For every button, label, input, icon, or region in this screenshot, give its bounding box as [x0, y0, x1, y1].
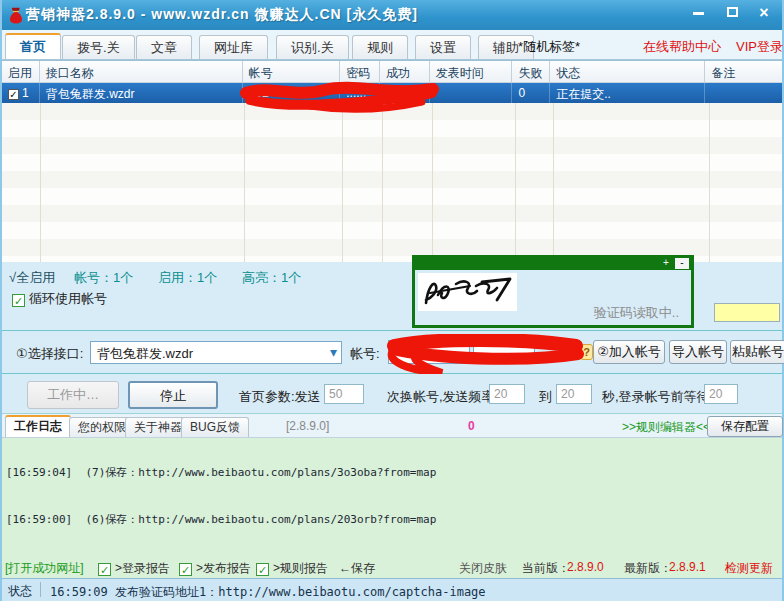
minimize-icon: [693, 12, 704, 15]
row-index: 1: [22, 86, 29, 100]
current-version-value: 2.8.9.0: [567, 560, 604, 574]
close-icon: ×: [759, 4, 768, 21]
col-enable[interactable]: 启用: [2, 61, 40, 82]
tab-home[interactable]: 首页: [5, 33, 61, 59]
rule-editor-link[interactable]: >>规则编辑器<<: [622, 419, 710, 436]
password-input[interactable]: [473, 340, 535, 364]
row-name: 背包兔群发.wzdr: [40, 83, 243, 103]
captcha-status: 验证码读取中..: [594, 304, 679, 322]
tab-bug-report[interactable]: BUG反馈: [181, 417, 249, 437]
wait-input[interactable]: [704, 384, 738, 404]
status-message: 16:59:09 发布验证码地址1：http://www.beibaotu.co…: [50, 584, 486, 601]
version-label: [2.8.9.0]: [286, 419, 329, 433]
open-success-url-link[interactable]: [打开成功网址]: [5, 560, 84, 577]
col-name[interactable]: 接口名称: [40, 61, 243, 82]
rule-report-checkbox[interactable]: ✓: [256, 563, 269, 576]
tab-url-lib[interactable]: 网址库: [199, 35, 268, 59]
grid-line: [244, 103, 245, 262]
col-success[interactable]: 成功: [380, 61, 430, 82]
vip-login-link[interactable]: VIP登录: [736, 38, 783, 56]
col-fail[interactable]: 失败: [512, 61, 550, 82]
loop-account-checkbox[interactable]: ✓: [12, 294, 25, 307]
grid-line: [40, 103, 41, 262]
captcha-image: [418, 273, 517, 311]
grid-line: [382, 103, 383, 262]
tab-work-log[interactable]: 工作日志: [5, 415, 71, 437]
send-count-input[interactable]: [324, 384, 364, 404]
minimize-button[interactable]: [684, 4, 712, 22]
col-password[interactable]: 密码: [340, 61, 380, 82]
account-input[interactable]: [388, 340, 470, 364]
row-time: [430, 83, 513, 103]
param-wait-label: 秒,登录帐号前等待: [602, 388, 710, 406]
captcha-answer-input[interactable]: [714, 303, 780, 322]
control-row: 工作中… 停止 首页参数:发送 次换帐号,发送频率 到 秒,登录帐号前等待: [2, 374, 782, 414]
save-config-button[interactable]: 保存配置: [707, 416, 783, 437]
latest-version-label: 最新版：: [624, 560, 672, 577]
latest-version-value: 2.8.9.1: [669, 560, 706, 574]
col-remark[interactable]: 备注: [705, 61, 782, 82]
close-button[interactable]: ×: [750, 4, 778, 22]
log-line: [16:59:00] (6)保存：http://www.beibaotu.com…: [6, 512, 436, 528]
current-version-label: 当前版：: [522, 560, 570, 577]
grid-line: [709, 103, 710, 262]
select-interface-label: ①选择接口:: [16, 345, 83, 363]
app-icon: [9, 7, 23, 24]
captcha-titlebar[interactable]: + -: [415, 258, 691, 270]
param-freq-label: 次换帐号,发送频率: [387, 388, 495, 406]
login-report-checkbox[interactable]: ✓: [98, 563, 111, 576]
interface-row: ①选择接口: 背包兔群发.wzdr ▾ 帐号: ? ②加入帐号 导入帐号 粘贴帐…: [2, 330, 782, 374]
help-icon[interactable]: ?: [580, 344, 593, 360]
grid-line: [553, 103, 554, 262]
param-send-label: 首页参数:发送: [239, 388, 321, 406]
publish-report-label: >发布报告: [196, 561, 251, 575]
close-skin-link[interactable]: 关闭皮肤: [459, 560, 507, 577]
working-button[interactable]: 工作中…: [27, 381, 119, 409]
check-update-link[interactable]: 检测更新: [725, 560, 773, 577]
app-window: 营销神器2.8.9.0 - www.wzdr.cn 微赚达人.CN [永久免费]…: [0, 0, 784, 601]
row-remark: [705, 83, 782, 103]
account-count: 帐号：1个: [74, 269, 133, 287]
grid-line: [342, 103, 343, 262]
tab-dialup[interactable]: 拨号.关: [62, 35, 135, 59]
status-label: 状态: [8, 583, 32, 600]
maximize-button[interactable]: [718, 4, 746, 22]
col-account[interactable]: 帐号: [243, 61, 341, 82]
stop-button[interactable]: 停止: [128, 381, 218, 409]
table-row[interactable]: ✓1 背包兔群发.wzdr a02 ...... 0 0 正在提交..: [2, 83, 782, 103]
help-center-link[interactable]: 在线帮助中心: [643, 38, 721, 56]
tab-settings[interactable]: 设置: [415, 35, 471, 59]
paste-account-button[interactable]: 粘贴帐号: [730, 340, 784, 364]
account-label: 帐号:: [350, 345, 380, 363]
log-area[interactable]: [16:59:04] (7)保存：http://www.beibaotu.com…: [2, 438, 782, 556]
highlight-count: 高亮：1个: [242, 269, 301, 287]
freq-to-input[interactable]: [556, 384, 592, 404]
table-empty-rows: [2, 103, 782, 262]
row-success: 0: [380, 83, 430, 103]
login-report-label: >登录报告: [115, 561, 170, 575]
col-time[interactable]: 发表时间: [430, 61, 513, 82]
interface-selected: 背包兔群发.wzdr: [97, 346, 193, 361]
import-account-button[interactable]: 导入帐号: [669, 340, 727, 364]
row-checkbox[interactable]: ✓: [8, 89, 19, 100]
save-link[interactable]: ←保存: [339, 560, 375, 577]
all-enable-label[interactable]: √全启用: [9, 269, 55, 287]
captcha-zoom-in-button[interactable]: +: [659, 258, 673, 269]
captcha-zoom-out-button[interactable]: -: [675, 258, 689, 269]
log-footer: [打开成功网址] ✓>登录报告 ✓>发布报告 ✓>规则报告 ←保存 关闭皮肤 当…: [2, 556, 782, 578]
publish-report-checkbox[interactable]: ✓: [179, 563, 192, 576]
interface-dropdown[interactable]: 背包兔群发.wzdr ▾: [90, 341, 342, 364]
col-status[interactable]: 状态: [550, 61, 705, 82]
freq-from-input[interactable]: [489, 384, 525, 404]
tab-rules[interactable]: 规则: [352, 35, 408, 59]
add-account-button[interactable]: ②加入帐号: [593, 340, 665, 364]
counter-label: 0: [468, 419, 475, 433]
captcha-scrawl: [418, 273, 517, 311]
row-fail: 0: [512, 83, 550, 103]
log-line: [16:59:04] (7)保存：http://www.beibaotu.com…: [6, 465, 436, 481]
tab-article[interactable]: 文章: [136, 35, 192, 59]
maximize-icon: [727, 7, 738, 17]
tab-recognize[interactable]: 识别.关: [276, 35, 349, 59]
loop-account-label: 循环使用帐号: [29, 291, 107, 306]
row-enable-cell: ✓1: [2, 83, 40, 103]
